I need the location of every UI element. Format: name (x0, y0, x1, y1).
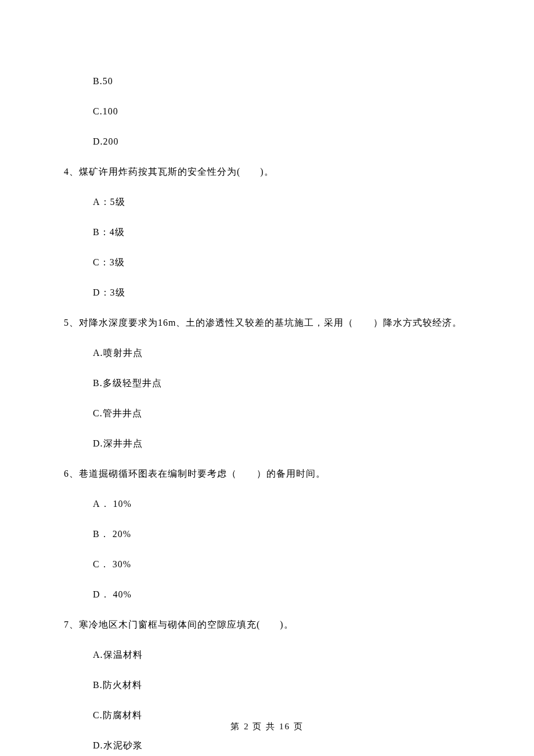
q7-text: 7、寒冷地区木门窗框与砌体间的空隙应填充( )。 (64, 618, 470, 632)
q3-option-c: C.100 (93, 105, 470, 118)
q6-option-d: D． 40% (93, 588, 470, 602)
page-footer: 第 2 页 共 16 页 (0, 720, 534, 733)
q4-option-a: A：5级 (93, 195, 470, 209)
q5-option-d: D.深井井点 (93, 437, 470, 451)
q7-option-b: B.防火材料 (93, 678, 470, 692)
q5-text: 5、对降水深度要求为16m、土的渗透性又较差的基坑施工，采用（ ）降水方式较经济… (64, 316, 470, 330)
q4-option-c: C：3级 (93, 255, 470, 269)
page-content: B.50 C.100 D.200 4、煤矿许用炸药按其瓦斯的安全性分为( )。 … (0, 0, 534, 756)
q6-option-a: A． 10% (93, 497, 470, 511)
q5-option-b: B.多级轻型井点 (93, 376, 470, 390)
q6-option-b: B． 20% (93, 527, 470, 541)
q5-option-a: A.喷射井点 (93, 346, 470, 360)
q5-option-c: C.管井井点 (93, 406, 470, 420)
q6-text: 6、巷道掘砌循环图表在编制时要考虑（ ）的备用时间。 (64, 467, 470, 481)
q3-option-b: B.50 (93, 74, 470, 88)
q7-option-a: A.保温材料 (93, 648, 470, 662)
q4-text: 4、煤矿许用炸药按其瓦斯的安全性分为( )。 (64, 165, 470, 179)
q6-option-c: C． 30% (93, 557, 470, 571)
q7-option-d: D.水泥砂浆 (93, 739, 470, 753)
q4-option-b: B：4级 (93, 225, 470, 239)
q4-option-d: D：3级 (93, 286, 470, 300)
q3-option-d: D.200 (93, 135, 470, 149)
